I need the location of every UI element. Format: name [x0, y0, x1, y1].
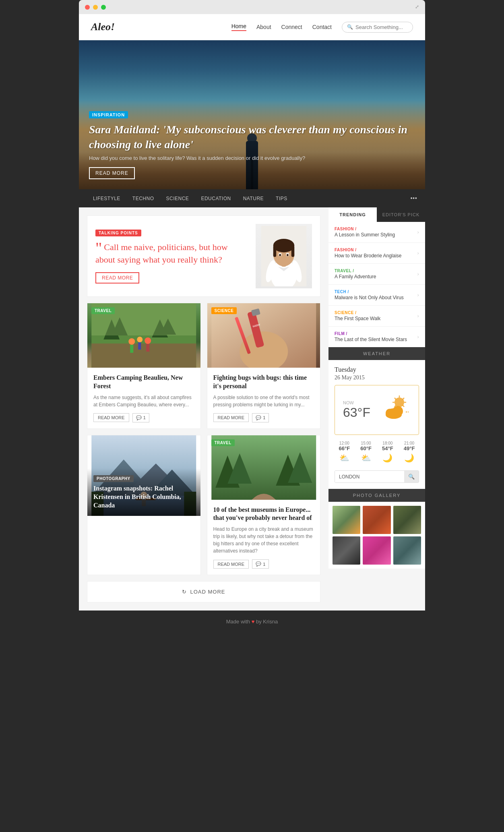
- main-content: TALKING POINTS "Call me naive, politicia…: [79, 207, 425, 611]
- gallery-photo-2[interactable]: [363, 506, 390, 534]
- nav-home[interactable]: Home: [231, 23, 246, 31]
- talking-read-more-button[interactable]: READ MORE: [95, 272, 139, 284]
- trending-item-5[interactable]: SCIENCE / The First Space Walk ›: [328, 306, 425, 327]
- maximize-dot[interactable]: [101, 5, 106, 10]
- weather-search-button[interactable]: 🔍: [404, 471, 419, 482]
- article-excerpt-science: A possible solution to one of the world'…: [213, 394, 314, 408]
- read-more-button-science[interactable]: READ MORE: [213, 413, 249, 422]
- trending-item-content-4: TECH / Malware is Not Only About Virus: [335, 290, 417, 300]
- cat-nav-tips[interactable]: TIPS: [270, 189, 293, 207]
- talking-points-card: TALKING POINTS "Call me naive, politicia…: [87, 215, 320, 297]
- svg-line-53: [403, 398, 404, 399]
- trending-item-6[interactable]: FILM / The Last of the Silent Movie Star…: [328, 327, 425, 347]
- weather-widget: Tuesday 26 May 2015 NOW 63°F: [328, 360, 425, 489]
- talking-content: TALKING POINTS "Call me naive, politicia…: [95, 229, 250, 284]
- article-actions-museum: READ MORE 💬 1: [213, 559, 314, 569]
- svg-rect-21: [130, 345, 133, 353]
- cat-nav-techno[interactable]: TECHNO: [126, 189, 160, 207]
- trending-cat-6: FILM /: [335, 331, 417, 336]
- close-dot[interactable]: [85, 5, 90, 10]
- gallery-photo-6[interactable]: [393, 536, 421, 565]
- hero-category-badge: INSPIRATION: [89, 111, 128, 118]
- trending-item-content-2: FASHION / How to Wear Broderie Anglaise: [335, 248, 417, 259]
- forecast-temp-2: 60°F: [356, 445, 376, 451]
- load-more-button[interactable]: ↻ LOAD MORE: [87, 581, 320, 602]
- search-input[interactable]: [355, 24, 408, 30]
- svg-point-24: [145, 337, 151, 344]
- article-card-body-travel: Embers Camping Beaulieu, New Forest As t…: [87, 368, 200, 428]
- gallery-photo-3[interactable]: [393, 506, 421, 534]
- tab-editors-pick[interactable]: EDITOR'S PICK: [377, 207, 425, 222]
- svg-point-20: [128, 338, 135, 345]
- trending-title-6: The Last of the Silent Movie Stars: [335, 337, 417, 342]
- forecast-icon-2: ⛅: [356, 453, 376, 463]
- person-photo: [256, 224, 312, 288]
- category-nav: LIFESTYLE TECHNO SCIENCE EDUCATION NATUR…: [79, 189, 425, 207]
- gallery-photo-4[interactable]: [333, 536, 360, 565]
- tab-trending[interactable]: TRENDING: [328, 207, 377, 222]
- more-categories[interactable]: •••: [410, 195, 417, 202]
- article-title-travel: Embers Camping Beaulieu, New Forest: [93, 374, 194, 391]
- trending-title-4: Malware is Not Only About Virus: [335, 295, 417, 300]
- article-image-science: water SCIENCE: [207, 303, 320, 368]
- trending-title-2: How to Wear Broderie Anglaise: [335, 253, 417, 259]
- forecast-time-3: 18:00: [378, 441, 398, 445]
- photography-category-badge: PHOTOGRAPHY: [93, 475, 134, 482]
- travel-category-badge: TRAVEL: [91, 307, 115, 314]
- comment-icon-2: 💬: [256, 415, 261, 420]
- read-more-button-travel[interactable]: READ MORE: [93, 413, 129, 422]
- weather-date: 26 May 2015: [335, 375, 419, 381]
- comment-button-travel[interactable]: 💬 1: [132, 413, 149, 422]
- search-box[interactable]: 🔍: [342, 22, 413, 33]
- trending-title-3: A Family Adventure: [335, 274, 417, 279]
- trending-cat-4: TECH /: [335, 290, 417, 294]
- cat-nav-lifestyle[interactable]: LIFESTYLE: [87, 189, 126, 207]
- gallery-photo-5[interactable]: [363, 536, 390, 565]
- nav-about[interactable]: About: [256, 24, 271, 30]
- hero-read-more-button[interactable]: READ MORE: [89, 167, 135, 179]
- weather-location-search[interactable]: 🔍: [335, 470, 419, 483]
- weather-main-box: NOW 63°F: [335, 385, 419, 435]
- svg-line-51: [395, 398, 396, 399]
- footer-by: by Krisna: [256, 619, 278, 625]
- weather-location-input[interactable]: [335, 471, 404, 482]
- right-sidebar: TRENDING EDITOR'S PICK FASHION / A Lesso…: [328, 207, 425, 611]
- chevron-icon-5: ›: [417, 313, 419, 319]
- trending-item-1[interactable]: FASHION / A Lesson in Summer Styling ›: [328, 222, 425, 243]
- weather-forecast: 12:00 66°F ⛅ 15:00 60°F ⛅ 18:00 54°F 🌙: [335, 441, 419, 464]
- forecast-icon-1: ⛅: [335, 453, 354, 463]
- comment-button-museum[interactable]: 💬 1: [252, 559, 269, 569]
- nav-contact[interactable]: Contact: [312, 24, 332, 30]
- trending-title-1: A Lesson in Summer Styling: [335, 232, 417, 238]
- hero-title: Sara Maitland: 'My subconscious was clev…: [89, 122, 415, 152]
- forecast-item-4: 21:00 49°F 🌙: [399, 441, 419, 464]
- article-image-travel: TRAVEL: [87, 303, 200, 368]
- weather-current: NOW 63°F: [343, 400, 370, 420]
- trending-list: FASHION / A Lesson in Summer Styling › F…: [328, 222, 425, 347]
- header: Aleo! Home About Connect Contact 🔍: [79, 14, 425, 40]
- trending-item-2[interactable]: FASHION / How to Wear Broderie Anglaise …: [328, 243, 425, 264]
- cat-nav-science[interactable]: SCIENCE: [160, 189, 195, 207]
- forecast-temp-4: 49°F: [399, 445, 419, 451]
- forecast-temp-3: 54°F: [378, 445, 398, 451]
- trending-item-4[interactable]: TECH / Malware is Not Only About Virus ›: [328, 285, 425, 306]
- photo-gallery: [328, 502, 425, 569]
- gallery-photo-1[interactable]: [333, 506, 360, 534]
- cat-nav-nature[interactable]: NATURE: [237, 189, 270, 207]
- nav-connect[interactable]: Connect: [281, 24, 302, 30]
- load-more-label: LOAD MORE: [190, 589, 225, 595]
- logo[interactable]: Aleo!: [91, 21, 115, 33]
- forecast-time-1: 12:00: [335, 441, 354, 445]
- read-more-button-museum[interactable]: READ MORE: [213, 560, 249, 569]
- articles-grid-row2: PHOTOGRAPHY Instagram snapshots: Rachel …: [87, 435, 320, 575]
- article-card-museum: TRAVEL 10 of the best museums in Europe.…: [207, 435, 321, 575]
- comment-button-science[interactable]: 💬 1: [252, 413, 269, 422]
- svg-rect-25: [146, 344, 149, 352]
- trending-cat-1: FASHION /: [335, 227, 417, 231]
- cat-nav-education[interactable]: EDUCATION: [195, 189, 237, 207]
- trending-item-3[interactable]: TRAVEL / A Family Adventure ›: [328, 264, 425, 285]
- sun-cloud-svg: [382, 393, 411, 422]
- minimize-dot[interactable]: [93, 5, 98, 10]
- weather-icon: [382, 393, 411, 426]
- forecast-item-2: 15:00 60°F ⛅: [356, 441, 376, 464]
